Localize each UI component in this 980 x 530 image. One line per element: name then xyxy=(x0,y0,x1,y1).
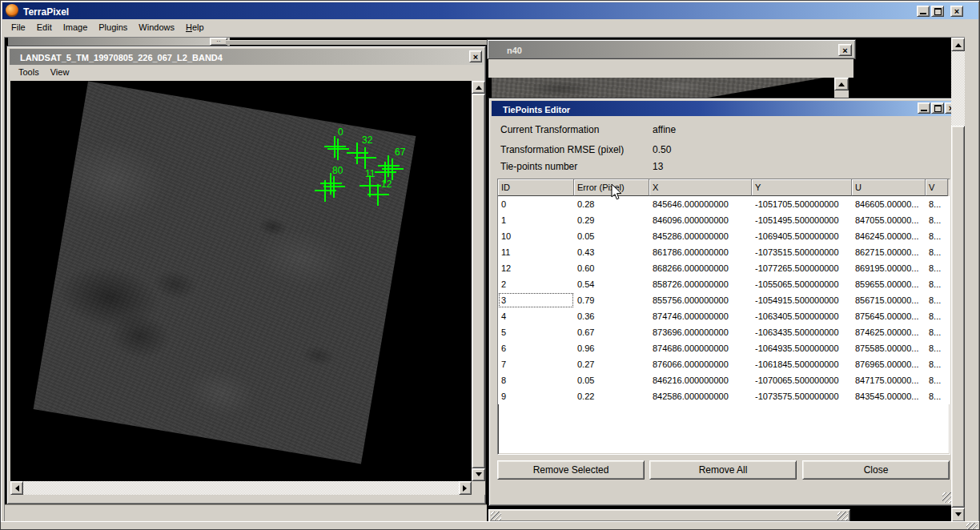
background-window-controls[interactable]: ·· xyxy=(210,38,227,46)
maximize-icon xyxy=(934,8,942,15)
table-row[interactable]: 90.22842586.000000000-1073575.5000000008… xyxy=(498,388,950,404)
menu-item-windows[interactable]: Windows xyxy=(133,20,180,35)
menu-item-help[interactable]: Help xyxy=(180,20,210,35)
cell: 874746.000000000 xyxy=(649,308,752,324)
close-dialog-button[interactable]: Close xyxy=(802,460,950,480)
landsat-menu-item-view[interactable]: View xyxy=(45,65,75,81)
cell: 0.96 xyxy=(574,340,649,356)
cell: -1070065.500000000 xyxy=(752,372,852,388)
table-body: 00.28845646.000000000-1051705.5000000008… xyxy=(498,196,950,404)
landsat-scroll-down-button[interactable] xyxy=(472,468,485,481)
landsat-close-icon: × xyxy=(473,53,478,61)
landsat-horizontal-scrollbar[interactable] xyxy=(10,481,472,495)
tiepoints-minimize-button[interactable] xyxy=(918,102,930,114)
bottom-strip xyxy=(5,504,487,522)
n40-window-bottom-frame[interactable] xyxy=(488,509,850,522)
tiepoint-marker-label: 11 xyxy=(365,169,375,179)
cell: 8... xyxy=(926,356,948,372)
n40-vertical-scrollbar[interactable] xyxy=(834,78,849,100)
landsat-window: LANDSAT_5_TM_19970805_226_067_L2_BAND4 ×… xyxy=(6,46,486,504)
column-header-id[interactable]: ID xyxy=(498,179,574,196)
scroll-up-icon xyxy=(955,40,962,47)
table-row[interactable]: 120.60868266.000000000-1077265.500000000… xyxy=(498,260,950,276)
cell: 846096.000000000 xyxy=(649,212,752,228)
n40-window-titlebar[interactable]: n40 × xyxy=(487,39,856,59)
column-header-v[interactable]: V xyxy=(926,179,948,196)
remove-selected-button[interactable]: Remove Selected xyxy=(497,460,645,480)
tiepoints-number-label: Tie-points number xyxy=(500,161,577,172)
cell: -1051495.500000000 xyxy=(752,212,852,228)
landsat-scroll-left-button[interactable] xyxy=(10,481,23,495)
main-titlebar[interactable]: TerraPixel × xyxy=(2,2,978,19)
scroll-down-icon xyxy=(476,472,482,480)
landsat-vscroll-thumb[interactable] xyxy=(472,94,485,468)
cell: 873696.000000000 xyxy=(649,324,752,340)
n40-resize-grip-left[interactable] xyxy=(491,512,501,520)
cell: 874686.000000000 xyxy=(649,340,752,356)
landsat-scroll-right-button[interactable] xyxy=(459,481,472,495)
background-window-titlebar[interactable] xyxy=(8,38,230,46)
remove-all-button[interactable]: Remove All xyxy=(649,460,797,480)
table-row[interactable]: 60.96874686.000000000-1064935.5000000008… xyxy=(498,340,950,356)
mdi-vscroll-thumb[interactable] xyxy=(951,126,965,508)
dialog-button-row: Remove SelectedRemove AllClose xyxy=(489,460,958,480)
table-row[interactable]: 00.28845646.000000000-1051705.5000000008… xyxy=(498,196,950,212)
table-row[interactable]: 100.05845286.000000000-1069405.500000000… xyxy=(498,228,950,244)
cell: 8... xyxy=(926,292,948,308)
cell: 0.54 xyxy=(574,276,649,292)
tiepoints-maximize-button[interactable] xyxy=(931,102,944,114)
cell: 8... xyxy=(926,228,948,244)
cell: -1064935.500000000 xyxy=(752,340,852,356)
rmse-label: Transformation RMSE (pixel) xyxy=(500,144,624,155)
cell: 1 xyxy=(498,212,574,228)
table-row[interactable]: 110.43861786.000000000-1073515.500000000… xyxy=(498,244,950,260)
landsat-scroll-up-button[interactable] xyxy=(472,81,485,94)
scroll-left-icon xyxy=(12,485,19,492)
main-window-resize-grip[interactable] xyxy=(966,523,978,530)
table-row[interactable]: 40.36874746.000000000-1063405.5000000008… xyxy=(498,308,950,324)
n40-close-button[interactable]: × xyxy=(838,44,852,56)
tiepoint-marker-label: 80 xyxy=(332,166,343,175)
n40-resize-grip-right[interactable] xyxy=(837,512,848,520)
menu-item-image[interactable]: Image xyxy=(58,20,94,35)
mdi-scroll-up-button[interactable] xyxy=(951,38,965,51)
landsat-titlebar[interactable]: LANDSAT_5_TM_19970805_226_067_L2_BAND4 × xyxy=(10,49,484,65)
cell: 856715.00000... xyxy=(852,292,926,308)
landsat-image-viewport[interactable]: 03267801112 xyxy=(10,81,472,481)
cell: 0.22 xyxy=(574,388,649,404)
minimize-button[interactable] xyxy=(917,6,930,17)
table-header-row: IDError (Pixel)XYUV xyxy=(498,179,950,196)
column-header-u[interactable]: U xyxy=(852,179,926,196)
table-row[interactable]: 20.54858726.000000000-1055065.5000000008… xyxy=(498,276,950,292)
maximize-button[interactable] xyxy=(931,6,944,17)
table-row[interactable]: 10.29846096.000000000-1051495.5000000008… xyxy=(498,212,950,228)
table-row[interactable]: 50.67873696.000000000-1063435.5000000008… xyxy=(498,324,950,340)
cell: 858726.000000000 xyxy=(649,276,752,292)
landsat-close-button[interactable]: × xyxy=(469,50,482,62)
cell: 8... xyxy=(926,260,948,276)
table-row[interactable]: 70.27876066.000000000-1061845.5000000008… xyxy=(498,356,950,372)
tiepoints-table: IDError (Pixel)XYUV 00.28845646.00000000… xyxy=(497,179,950,455)
n40-scroll-up-button[interactable] xyxy=(834,78,849,90)
cell: 875645.00000... xyxy=(852,308,926,324)
column-header-y[interactable]: Y xyxy=(752,179,852,196)
current-transformation-value: affine xyxy=(653,124,676,135)
cell: 12 xyxy=(498,260,574,276)
mdi-vertical-scrollbar[interactable] xyxy=(951,38,965,522)
table-row[interactable]: 30.79855756.000000000-1054915.5000000008… xyxy=(498,292,950,308)
n40-image-view[interactable] xyxy=(492,78,834,100)
cell: -1073515.500000000 xyxy=(752,244,852,260)
landsat-menu-item-tools[interactable]: Tools xyxy=(13,65,45,81)
column-header-x[interactable]: X xyxy=(649,179,752,196)
menu-item-plugins[interactable]: Plugins xyxy=(93,20,133,35)
close-button[interactable]: × xyxy=(950,6,963,17)
menu-item-file[interactable]: File xyxy=(6,20,31,35)
scroll-up-icon xyxy=(838,79,845,86)
mdi-scroll-down-button[interactable] xyxy=(951,508,965,522)
landsat-vertical-scrollbar[interactable] xyxy=(472,81,485,481)
menu-item-edit[interactable]: Edit xyxy=(31,20,58,35)
tiepoints-titlebar[interactable]: TiePoints Editor × xyxy=(492,101,955,116)
cell: 843545.00000... xyxy=(852,388,926,404)
table-row[interactable]: 80.05846216.000000000-1070065.5000000008… xyxy=(498,372,950,388)
cell: 847055.00000... xyxy=(852,212,926,228)
